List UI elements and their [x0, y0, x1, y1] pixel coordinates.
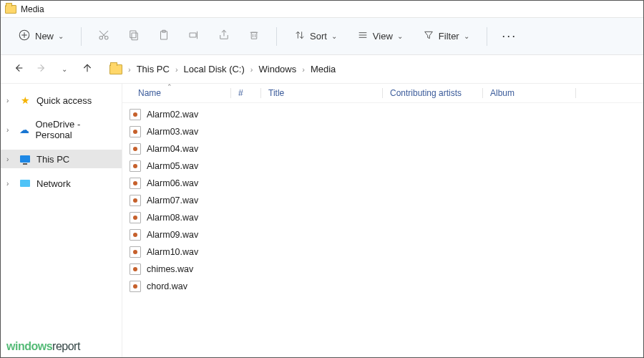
chevron-right-icon: › [6, 126, 13, 134]
more-button[interactable]: ··· [497, 24, 522, 48]
folder-icon [5, 5, 16, 14]
cut-button[interactable] [92, 24, 116, 48]
title-bar: Media [1, 1, 643, 18]
toolbar-separator [81, 27, 82, 46]
scissors-icon [97, 29, 110, 44]
up-button[interactable] [79, 62, 95, 77]
rename-icon [187, 29, 200, 44]
file-name: Alarm07.wav [147, 195, 198, 205]
paste-button[interactable] [152, 24, 176, 48]
file-row[interactable]: chimes.wav [122, 261, 643, 278]
sort-icon [294, 29, 306, 43]
file-row[interactable]: Alarm09.wav [122, 226, 643, 243]
chevron-right-icon: › [302, 65, 305, 74]
view-button[interactable]: View ⌄ [350, 25, 410, 47]
chevron-down-icon: ⌄ [331, 32, 337, 40]
file-name: chimes.wav [147, 264, 193, 274]
navigation-row: ⌄ › This PC › Local Disk (C:) › Windows … [1, 55, 643, 84]
file-row[interactable]: Alarm07.wav [122, 192, 643, 209]
chevron-right-icon: › [6, 180, 14, 188]
share-icon [218, 29, 230, 44]
audio-file-icon [130, 281, 141, 292]
sidebar-item-onedrive[interactable]: › ☁ OneDrive - Personal [1, 115, 122, 144]
chevron-right-icon: › [6, 97, 14, 105]
file-name: chord.wav [147, 281, 187, 291]
monitor-icon [19, 153, 31, 165]
audio-file-icon [130, 195, 141, 206]
chevron-right-icon: › [128, 65, 131, 74]
arrow-right-icon [36, 62, 47, 77]
back-button[interactable] [11, 62, 26, 77]
file-row[interactable]: Alarm05.wav [122, 158, 643, 175]
sort-label: Sort [310, 31, 327, 42]
column-header-artists[interactable]: Contributing artists [390, 88, 483, 98]
cloud-icon: ☁ [19, 124, 29, 135]
share-button[interactable] [212, 24, 236, 48]
file-name: Alarm09.wav [147, 230, 198, 240]
column-header-number[interactable]: # [238, 88, 261, 98]
window-title: Media [21, 4, 44, 14]
filter-label: Filter [439, 31, 459, 42]
view-label: View [373, 31, 393, 42]
svg-line-6 [99, 31, 105, 37]
rename-button[interactable] [182, 24, 206, 48]
network-icon [19, 178, 31, 189]
svg-rect-13 [251, 32, 257, 39]
recent-locations-button[interactable]: ⌄ [57, 62, 72, 77]
chevron-down-icon: ⌄ [62, 65, 67, 73]
delete-button[interactable] [242, 24, 266, 48]
chevron-down-icon: ⌄ [464, 32, 469, 40]
file-row[interactable]: Alarm02.wav [122, 106, 643, 123]
chevron-right-icon: › [6, 155, 14, 163]
file-row[interactable]: Alarm08.wav [122, 209, 643, 226]
sidebar-item-label: This PC [36, 154, 69, 165]
file-row[interactable]: chord.wav [122, 278, 643, 295]
file-row[interactable]: Alarm03.wav [122, 123, 643, 140]
file-name: Alarm10.wav [147, 247, 198, 257]
toolbar-separator [487, 27, 487, 46]
file-name: Alarm03.wav [147, 127, 198, 137]
file-name: Alarm08.wav [147, 213, 198, 223]
svg-rect-11 [190, 33, 196, 37]
audio-file-icon [130, 178, 141, 189]
audio-file-icon [130, 212, 141, 223]
audio-file-icon [130, 229, 141, 241]
breadcrumb[interactable]: › This PC › Local Disk (C:) › Windows › … [109, 64, 336, 74]
logo-part2: report [52, 340, 80, 352]
column-header-album[interactable]: Album [490, 88, 576, 98]
sidebar-item-label: Network [36, 178, 71, 189]
breadcrumb-item[interactable]: This PC [137, 64, 170, 74]
sidebar: › ★ Quick access › ☁ OneDrive - Personal… [1, 84, 122, 357]
plus-circle-icon [18, 29, 31, 44]
file-row[interactable]: Alarm10.wav [122, 243, 643, 261]
chevron-right-icon: › [175, 65, 178, 74]
forward-button[interactable] [34, 62, 49, 77]
copy-button[interactable] [122, 24, 146, 48]
clipboard-icon [157, 29, 170, 44]
audio-file-icon [130, 143, 141, 155]
sidebar-item-network[interactable]: › Network [1, 174, 122, 193]
svg-line-5 [102, 31, 108, 37]
explorer-window: Media New ⌄ [0, 0, 644, 358]
file-name: Alarm05.wav [147, 161, 198, 171]
file-row[interactable]: Alarm06.wav [122, 175, 643, 192]
body: › ★ Quick access › ☁ OneDrive - Personal… [1, 84, 643, 357]
audio-file-icon [130, 246, 141, 258]
sort-button[interactable]: Sort ⌄ [287, 25, 344, 47]
svg-rect-8 [130, 31, 136, 38]
chevron-right-icon: › [250, 65, 253, 74]
breadcrumb-item[interactable]: Media [311, 64, 336, 74]
file-row[interactable]: Alarm04.wav [122, 140, 643, 158]
file-list-pane: ⌃ Name # Title Contributing artists Albu… [122, 84, 643, 357]
filter-button[interactable]: Filter ⌄ [416, 25, 477, 47]
watermark-logo: windowsreport [6, 340, 80, 353]
sidebar-item-quick-access[interactable]: › ★ Quick access [1, 91, 122, 110]
column-header-name[interactable]: ⌃ Name [138, 88, 231, 98]
sidebar-item-this-pc[interactable]: › This PC [1, 150, 122, 168]
column-headers: ⌃ Name # Title Contributing artists Albu… [122, 84, 643, 103]
column-header-title[interactable]: Title [268, 88, 383, 98]
logo-part1: windows [6, 340, 52, 352]
breadcrumb-item[interactable]: Local Disk (C:) [184, 64, 245, 74]
breadcrumb-item[interactable]: Windows [259, 64, 297, 74]
new-button[interactable]: New ⌄ [11, 24, 71, 48]
